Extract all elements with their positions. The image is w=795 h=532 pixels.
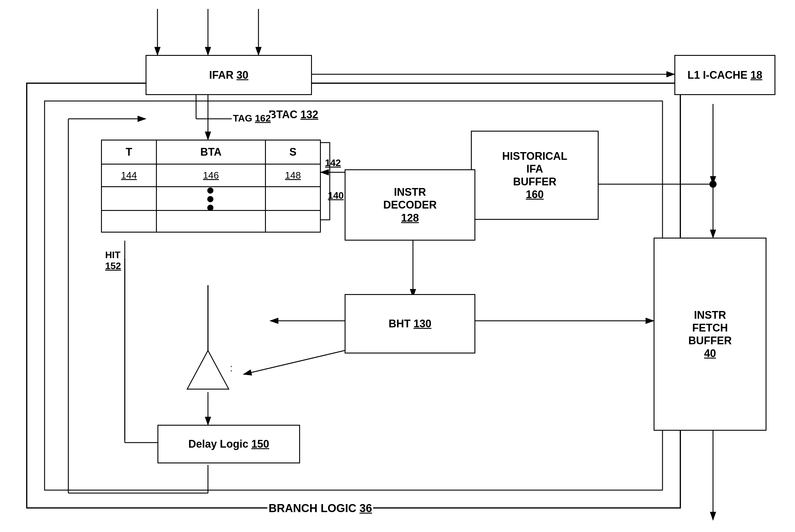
ifar-label: IFAR 30 xyxy=(209,69,248,81)
instr-decoder-box: INSTRDECODER128 xyxy=(345,169,475,241)
l1icache-box: L1 I-CACHE 18 xyxy=(675,55,775,95)
tag-label: TAG 162 xyxy=(232,113,272,124)
l1icache-label: L1 I-CACHE 18 xyxy=(687,69,762,81)
delay-logic-label: Delay Logic 150 xyxy=(188,438,269,450)
diagram: IFAR 30 L1 I-CACHE 18 BTAC 132 TAG 162 T… xyxy=(0,0,795,532)
instr-fetch-label: INSTRFETCHBUFFER40 xyxy=(688,309,732,360)
row1-t: 144 xyxy=(102,165,157,186)
historical-ifa-box: HISTORICALIFABUFFER160 xyxy=(471,131,599,220)
svg-marker-31 xyxy=(187,350,229,389)
row1-s: 148 xyxy=(266,165,320,186)
col-bta-header: BTA xyxy=(157,140,266,164)
btac-table: T BTA S 144 146 148 ● ● ● 140 xyxy=(101,139,321,233)
branch-logic-label: BRANCH LOGIC 36 xyxy=(267,502,373,515)
btac-label: BTAC 132 xyxy=(267,109,319,121)
svg-line-24 xyxy=(244,350,345,374)
delay-logic-box: Delay Logic 150 xyxy=(157,425,300,463)
svg-point-9 xyxy=(709,180,717,188)
col-s-header: S xyxy=(266,140,320,164)
svg-text:154: 154 xyxy=(230,363,232,373)
historical-ifa-label: HISTORICALIFABUFFER160 xyxy=(502,150,567,201)
bht-box: BHT 130 xyxy=(345,294,475,354)
instr-fetch-box: INSTRFETCHBUFFER40 xyxy=(654,238,766,431)
instr-decoder-label: INSTRDECODER128 xyxy=(383,186,437,224)
hit-label: HIT152 xyxy=(104,249,122,271)
col-t-header: T xyxy=(102,140,157,164)
bht-label: BHT 130 xyxy=(389,317,431,330)
triangle-svg: 154 xyxy=(184,347,232,392)
bracket-svg xyxy=(318,139,336,223)
ifar-box: IFAR 30 xyxy=(146,55,312,95)
dots: ● xyxy=(206,203,216,211)
